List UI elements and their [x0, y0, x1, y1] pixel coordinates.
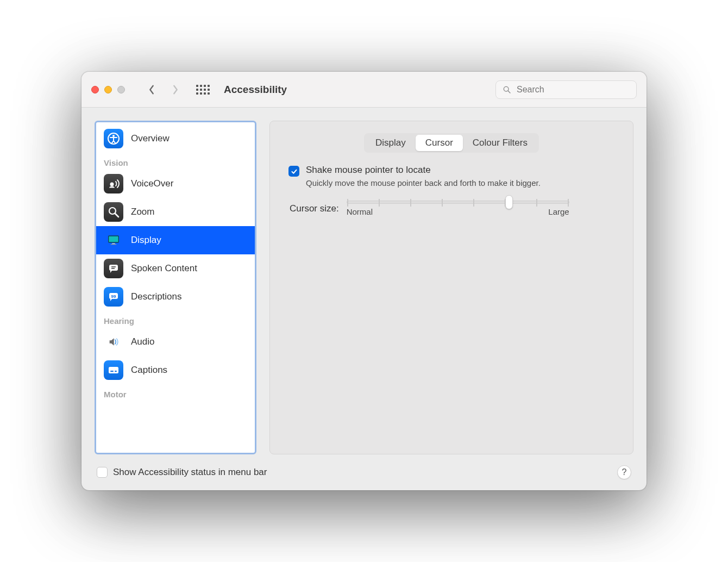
tab-filters[interactable]: Colour Filters — [463, 135, 537, 151]
cursor-size-row: Cursor size: Normal Large — [290, 201, 614, 216]
shake-pointer-checkbox[interactable] — [288, 166, 299, 177]
prefs-window: Accessibility OverviewVisionVoiceOverZoo… — [81, 72, 647, 490]
sidebar-item-captions[interactable]: Captions — [96, 356, 255, 384]
sidebar-item-display[interactable]: Display — [96, 226, 255, 254]
sidebar-item-spoken[interactable]: Spoken Content — [96, 254, 255, 283]
cursor-size-max-caption: Large — [548, 207, 569, 216]
chevron-left-icon — [148, 85, 155, 95]
sidebar-group-vision: Vision — [96, 153, 255, 170]
cursor-size-label: Cursor size: — [290, 203, 339, 214]
svg-rect-17 — [115, 371, 117, 372]
sidebar-item-label: Captions — [131, 365, 167, 376]
minimize-window-button[interactable] — [104, 86, 112, 93]
forward-button — [166, 81, 185, 98]
svg-line-6 — [115, 214, 118, 217]
sidebar-item-audio[interactable]: Audio — [96, 328, 255, 356]
search-icon — [503, 85, 511, 94]
back-button[interactable] — [142, 81, 161, 98]
shake-pointer-title: Shake mouse pointer to locate — [306, 165, 541, 176]
sidebar-item-label: Overview — [131, 133, 170, 144]
sidebar-item-zoom[interactable]: Zoom — [96, 198, 255, 226]
tab-display[interactable]: Display — [366, 135, 416, 151]
check-icon — [291, 168, 298, 175]
sidebar-item-label: Spoken Content — [131, 263, 197, 274]
status-menubar-checkbox[interactable] — [97, 467, 108, 478]
window-title: Accessibility — [224, 84, 287, 96]
sidebar-group-hearing: Hearing — [96, 311, 255, 328]
sidebar-group-motor: Motor — [96, 384, 255, 401]
zoom-icon — [104, 202, 123, 222]
display-icon — [104, 230, 123, 250]
descriptions-icon: 99 — [104, 287, 123, 307]
sidebar[interactable]: OverviewVisionVoiceOverZoomDisplaySpoken… — [95, 121, 256, 454]
sidebar-item-label: Zoom — [131, 207, 154, 217]
shake-pointer-option: Shake mouse pointer to locate Quickly mo… — [288, 165, 614, 189]
search-field[interactable] — [495, 80, 637, 99]
svg-text:99: 99 — [111, 294, 116, 299]
svg-rect-16 — [110, 371, 114, 372]
show-all-button[interactable] — [193, 81, 212, 98]
footer-row: Show Accessibility status in menu bar ? — [95, 462, 633, 484]
cursor-size-min-caption: Normal — [347, 207, 373, 216]
svg-rect-15 — [109, 367, 118, 373]
status-menubar-label: Show Accessibility status in menu bar — [113, 467, 267, 478]
settings-panel: DisplayCursorColour Filters Shake mouse … — [269, 121, 633, 454]
sidebar-item-descriptions[interactable]: 99Descriptions — [96, 283, 255, 311]
svg-rect-9 — [111, 244, 117, 245]
sidebar-item-overview[interactable]: Overview — [96, 124, 255, 153]
tab-cursor[interactable]: Cursor — [416, 135, 463, 151]
zoom-window-button — [117, 86, 125, 93]
chevron-right-icon — [172, 85, 179, 95]
cursor-size-knob[interactable] — [505, 195, 513, 209]
svg-point-4 — [110, 183, 114, 186]
audio-icon — [104, 332, 123, 352]
help-button[interactable]: ? — [617, 465, 631, 479]
search-input[interactable] — [516, 84, 630, 95]
cursor-size-slider[interactable] — [347, 201, 569, 204]
tabs: DisplayCursorColour Filters — [364, 133, 539, 153]
svg-point-3 — [112, 135, 115, 137]
svg-rect-10 — [109, 265, 118, 271]
toolbar: Accessibility — [81, 72, 647, 108]
svg-rect-8 — [112, 243, 115, 244]
spoken-content-icon — [104, 259, 123, 278]
voiceover-icon — [104, 174, 123, 193]
shake-pointer-description: Quickly move the mouse pointer back and … — [306, 178, 541, 189]
sidebar-item-label: Audio — [131, 336, 154, 347]
svg-line-1 — [508, 91, 510, 93]
sidebar-item-label: Descriptions — [131, 291, 182, 302]
window-controls — [91, 86, 125, 93]
captions-icon — [104, 360, 123, 380]
accessibility-icon — [104, 129, 123, 148]
close-window-button[interactable] — [91, 86, 99, 93]
sidebar-item-voiceover[interactable]: VoiceOver — [96, 170, 255, 198]
sidebar-item-label: VoiceOver — [131, 178, 173, 189]
svg-rect-7 — [109, 236, 119, 242]
grid-icon — [196, 85, 210, 95]
sidebar-item-label: Display — [131, 235, 161, 246]
